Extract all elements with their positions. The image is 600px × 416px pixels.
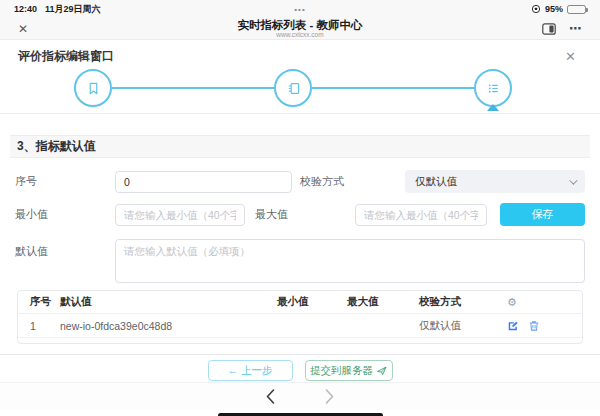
- save-button[interactable]: 保存: [500, 203, 585, 226]
- defaults-table: 序号 默认值 最小值 最大值 校验方式 ⚙ 1 new-io-0fdca39e0…: [17, 290, 583, 344]
- settings-gear-icon[interactable]: ⚙: [507, 296, 582, 309]
- pages-icon[interactable]: [542, 23, 556, 35]
- nav-forward-icon[interactable]: [324, 388, 336, 405]
- modal-header: 评价指标编辑窗口 ✕: [0, 44, 600, 68]
- validation-label: 校验方式: [292, 174, 405, 189]
- stepper: [0, 68, 600, 114]
- bottom-navigation: [0, 382, 600, 410]
- default-value-textarea[interactable]: [115, 239, 585, 283]
- status-bar: 12:40 11月29日周六 ••• 95%: [0, 0, 600, 18]
- cell-validation: 仅默认值: [419, 319, 507, 333]
- step-connector: [312, 87, 474, 89]
- min-input[interactable]: [115, 204, 245, 226]
- col-seq: 序号: [18, 295, 60, 309]
- browser-bar: ✕ 实时指标列表 - 教师中心 www.cxlcxx.com ⋯: [0, 18, 600, 40]
- cell-seq: 1: [18, 320, 60, 332]
- table-header-row: 序号 默认值 最小值 最大值 校验方式 ⚙: [18, 291, 582, 314]
- col-default: 默认值: [60, 295, 277, 309]
- step-2-form[interactable]: [274, 69, 312, 107]
- browser-actions: ⋯: [542, 22, 582, 35]
- col-validation: 校验方式: [419, 295, 507, 309]
- col-max: 最大值: [347, 295, 419, 309]
- page-url: www.cxlcxx.com: [0, 31, 600, 38]
- seq-input[interactable]: [115, 171, 292, 193]
- form-row: 序号 校验方式 仅默认值: [15, 170, 585, 193]
- bookmark-icon: [86, 81, 101, 96]
- modal-title: 评价指标编辑窗口: [18, 48, 114, 65]
- seq-label: 序号: [15, 174, 115, 189]
- browser-close-icon[interactable]: ✕: [18, 23, 28, 35]
- paper-plane-icon: [376, 365, 387, 376]
- step-1-basic[interactable]: [74, 69, 112, 107]
- page-title: 实时指标列表 - 教师中心: [0, 19, 600, 31]
- step-3-defaults[interactable]: [474, 69, 512, 107]
- col-min: 最小值: [277, 295, 347, 309]
- delete-icon[interactable]: [528, 320, 540, 332]
- modal-close-icon[interactable]: ✕: [565, 49, 582, 64]
- form-icon: [286, 81, 301, 96]
- form-row: 最小值 最大值 保存: [15, 203, 585, 226]
- list-icon: [486, 81, 501, 96]
- default-label: 默认值: [15, 239, 115, 259]
- footer-buttons: ← 上一步 提交到服务器: [0, 355, 600, 381]
- cell-default: new-io-0fdca39e0c48d8: [60, 320, 277, 332]
- multitask-indicator-icon[interactable]: •••: [0, 5, 600, 14]
- form-row: 默认值: [15, 239, 585, 283]
- section-header: 3、指标默认值: [10, 135, 590, 158]
- chevron-down-icon: [569, 176, 577, 184]
- defaults-form: 序号 校验方式 仅默认值 最小值 最大值 保存 默认值: [0, 170, 600, 283]
- max-label: 最大值: [245, 207, 355, 222]
- battery-icon: [567, 5, 586, 14]
- validation-selected-value: 仅默认值: [415, 175, 457, 189]
- submit-label: 提交到服务器: [310, 364, 373, 378]
- edit-icon[interactable]: [507, 320, 519, 332]
- section-title: 3、指标默认值: [17, 138, 96, 155]
- nav-back-icon[interactable]: [264, 388, 276, 405]
- active-step-pointer-icon: [487, 104, 499, 111]
- browser-title-block: 实时指标列表 - 教师中心 www.cxlcxx.com: [0, 19, 600, 38]
- validation-select[interactable]: 仅默认值: [405, 170, 585, 193]
- submit-to-server-button[interactable]: 提交到服务器: [305, 360, 393, 381]
- more-options-icon[interactable]: ⋯: [569, 22, 582, 35]
- max-input[interactable]: [355, 204, 487, 226]
- step-connector: [112, 87, 274, 89]
- min-label: 最小值: [15, 207, 115, 222]
- table-row: 1 new-io-0fdca39e0c48d8 仅默认值: [18, 314, 582, 338]
- row-actions: [507, 320, 582, 332]
- previous-step-button[interactable]: ← 上一步: [208, 360, 293, 381]
